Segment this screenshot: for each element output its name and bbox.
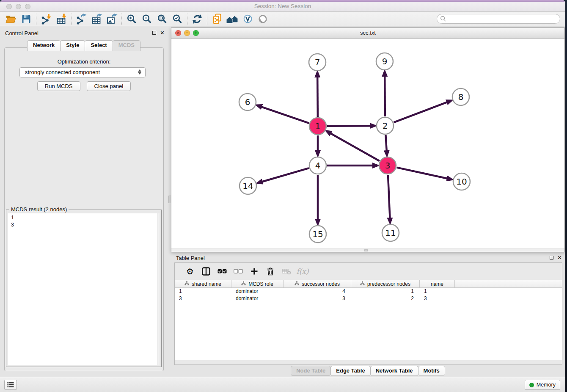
houses-icon[interactable] — [225, 13, 240, 25]
v-badge-icon[interactable] — [240, 13, 255, 25]
graph-node-7[interactable]: 7 — [309, 54, 326, 71]
tab-select[interactable]: Select — [85, 40, 113, 51]
close-table-panel-icon[interactable]: ✕ — [557, 255, 562, 260]
graph-node-4[interactable]: 4 — [309, 157, 326, 174]
optimization-criterion-select[interactable]: strongly connected component — [19, 67, 146, 77]
graph-node-3[interactable]: 3 — [379, 157, 396, 174]
table-tab-edge-table[interactable]: Edge Table — [330, 366, 370, 376]
toolbar-separator — [207, 14, 207, 25]
edge-1-7[interactable] — [317, 77, 318, 117]
memory-button[interactable]: Memory — [525, 380, 560, 390]
split-view-icon[interactable] — [198, 265, 214, 278]
title-bar: Session: New Session — [0, 0, 565, 12]
import-table-icon[interactable] — [54, 13, 69, 25]
select-all-icon[interactable] — [214, 265, 230, 278]
status-bar: Memory — [0, 377, 565, 392]
column-header-successor-nodes[interactable]: successor nodes — [284, 280, 351, 288]
list-icon — [7, 381, 14, 388]
run-mcds-button[interactable]: Run MCDS — [37, 81, 80, 91]
column-label: successor nodes — [302, 281, 340, 287]
edge-2-8[interactable] — [394, 102, 448, 122]
export-table-icon[interactable] — [89, 13, 104, 25]
documents-share-icon[interactable] — [209, 13, 225, 25]
edge-1-6[interactable] — [261, 107, 309, 123]
table-row[interactable]: 3dominator323 — [175, 295, 562, 302]
column-header-predecessor-nodes[interactable]: predecessor nodes — [351, 280, 420, 288]
settings-gear-icon[interactable]: ⚙ — [182, 265, 198, 278]
cell-shared-name: 3 — [175, 295, 231, 302]
tab-style[interactable]: Style — [60, 40, 85, 51]
toolbar-separator — [121, 14, 122, 25]
table-panel-body: ⚙ — [174, 262, 562, 365]
graph-node-1[interactable]: 1 — [309, 118, 326, 135]
delete-column-icon[interactable] — [262, 265, 278, 278]
eye-icon[interactable] — [255, 13, 270, 25]
svg-text:3: 3 — [385, 160, 391, 171]
network-hscrollbar[interactable] — [171, 248, 564, 252]
graph-node-2[interactable]: 2 — [377, 117, 394, 134]
zoom-selected-icon[interactable] — [170, 13, 185, 25]
graph-node-6[interactable]: 6 — [239, 94, 256, 110]
float-table-panel-icon[interactable] — [550, 256, 553, 259]
column-header-mcds-role[interactable]: MCDS role — [231, 280, 284, 288]
svg-text:1: 1 — [315, 121, 321, 131]
import-network-icon[interactable] — [39, 13, 54, 25]
refresh-icon[interactable] — [190, 13, 205, 25]
close-panel-icon[interactable]: ✕ — [160, 30, 165, 35]
task-history-button[interactable] — [4, 380, 17, 390]
toolbar-separator — [71, 14, 72, 25]
search-input[interactable] — [437, 14, 560, 24]
tab-mcds[interactable]: MCDS — [113, 40, 140, 51]
network-graph-svg[interactable]: 7968124314101511 — [171, 39, 564, 249]
node-table: shared nameMCDS rolesuccessor nodesprede… — [175, 280, 562, 360]
cell-name: 3 — [420, 295, 455, 302]
mcds-result-textarea[interactable]: 1 3 — [8, 213, 160, 365]
table-row[interactable]: 1dominator411 — [175, 288, 562, 295]
search-icon — [440, 16, 446, 24]
network-hscroll-grip[interactable] — [364, 249, 368, 251]
cell-predecessor-nodes: 1 — [351, 288, 420, 295]
svg-text:9: 9 — [382, 56, 388, 66]
control-panel-tabs: NetworkStyleSelectMCDS — [0, 40, 168, 51]
deselect-all-icon[interactable] — [230, 265, 246, 278]
network-window-titlebar[interactable]: ✕ − + scc.txt — [171, 28, 564, 39]
zoom-in-icon[interactable] — [124, 13, 139, 25]
mcds-result-title: MCDS result (2 nodes) — [9, 206, 69, 213]
edge-3-1[interactable] — [330, 133, 380, 161]
edge-2-3[interactable] — [385, 135, 386, 151]
edge-1-2[interactable] — [327, 126, 371, 126]
edge-3-10[interactable] — [396, 168, 447, 179]
table-tab-node-table[interactable]: Node Table — [291, 366, 331, 376]
table-tab-network-table[interactable]: Network Table — [370, 366, 418, 376]
graph-node-8[interactable]: 8 — [452, 88, 469, 105]
add-column-icon[interactable] — [246, 265, 262, 278]
save-session-icon[interactable] — [19, 13, 34, 25]
edge-2-9[interactable] — [385, 76, 385, 116]
column-header-name[interactable]: name — [420, 280, 455, 288]
float-panel-icon[interactable] — [152, 31, 156, 35]
tab-network[interactable]: Network — [27, 40, 61, 51]
export-network-icon[interactable] — [74, 13, 89, 25]
edge-4-14[interactable] — [262, 168, 309, 182]
close-panel-button[interactable]: Close panel — [87, 81, 131, 91]
zoom-fit-icon[interactable] — [154, 13, 170, 25]
network-canvas[interactable]: 7968124314101511 — [171, 39, 564, 249]
table-panel: Table Panel ✕ ⚙ — [171, 252, 565, 377]
graph-node-10[interactable]: 10 — [453, 173, 470, 190]
svg-text:14: 14 — [242, 181, 253, 191]
delete-table-icon[interactable] — [278, 265, 295, 278]
cell-predecessor-nodes: 2 — [351, 295, 420, 302]
zoom-out-icon[interactable] — [139, 13, 154, 25]
export-image-icon[interactable] — [104, 13, 119, 25]
graph-node-15[interactable]: 15 — [309, 226, 326, 243]
open-session-icon[interactable] — [3, 13, 19, 25]
mcds-result-text: 1 3 — [8, 213, 160, 229]
column-header-shared-name[interactable]: shared name — [175, 280, 231, 288]
control-panel: Control Panel ✕ NetworkStyleSelectMCDS O… — [0, 28, 168, 373]
graph-node-14[interactable]: 14 — [239, 177, 256, 194]
table-tab-motifs[interactable]: Motifs — [418, 366, 445, 376]
mcds-scrollbar[interactable] — [157, 213, 160, 365]
graph-node-9[interactable]: 9 — [376, 53, 393, 70]
edge-3-11[interactable] — [388, 175, 390, 218]
graph-node-11[interactable]: 11 — [382, 224, 399, 241]
